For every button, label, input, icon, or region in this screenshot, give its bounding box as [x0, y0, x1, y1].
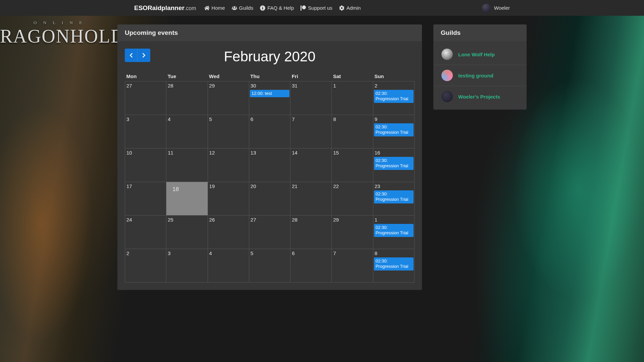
guild-name: Lone Wolf Help: [458, 52, 495, 57]
calendar-day[interactable]: 12: [208, 148, 249, 182]
calendar-prev-button[interactable]: [125, 49, 138, 62]
day-number: 1: [332, 81, 373, 89]
day-number: 2: [125, 249, 166, 257]
nav-home[interactable]: Home: [204, 5, 225, 11]
calendar-day[interactable]: 14: [290, 148, 332, 182]
calendar-day[interactable]: 2: [125, 249, 166, 283]
guild-item[interactable]: testing ground: [433, 65, 527, 86]
calendar-day[interactable]: 22: [332, 182, 373, 216]
calendar-day[interactable]: 202:30: Progression Trial: [373, 81, 414, 115]
calendar-day[interactable]: 27: [249, 216, 290, 249]
calendar-event[interactable]: 02:30: Progression Trial: [374, 190, 414, 203]
calendar-event[interactable]: 02:30: Progression Trial: [374, 123, 414, 136]
day-number: 20: [249, 182, 290, 190]
users-icon: [232, 5, 237, 11]
guilds-header: Guilds: [433, 24, 527, 41]
calendar-day[interactable]: 15: [332, 148, 373, 182]
day-number: 24: [125, 216, 166, 223]
calendar-day[interactable]: 802:30: Progression Trial: [373, 249, 414, 283]
calendar-event[interactable]: 12:00: test: [250, 90, 289, 97]
calendar-next-button[interactable]: [138, 49, 150, 62]
day-number: 1: [373, 216, 414, 223]
nav-user-menu[interactable]: Woeler: [482, 4, 510, 12]
nav-support[interactable]: Support us: [301, 5, 332, 11]
guild-avatar: [441, 49, 453, 60]
day-number: 27: [249, 216, 290, 223]
day-number: 5: [208, 115, 249, 123]
calendar-day[interactable]: 902:30: Progression Trial: [373, 115, 414, 148]
calendar-day[interactable]: 1602:30: Progression Trial: [373, 148, 414, 182]
calendar-day[interactable]: 25: [166, 216, 208, 249]
calendar-day[interactable]: 18: [166, 182, 208, 216]
calendar-day[interactable]: 1: [332, 81, 373, 115]
day-number: 29: [332, 216, 373, 223]
guild-name: testing ground: [458, 73, 493, 78]
day-number: 18: [166, 182, 207, 197]
calendar-day[interactable]: 21: [290, 182, 332, 216]
brand[interactable]: ESORaidplanner.com: [134, 4, 196, 12]
calendar-day[interactable]: 4: [166, 115, 208, 148]
nav-admin[interactable]: Admin: [339, 5, 361, 11]
calendar-day[interactable]: 29: [208, 81, 249, 115]
guild-avatar: [441, 70, 453, 81]
calendar-day[interactable]: 19: [208, 182, 249, 216]
calendar-day[interactable]: 7: [332, 249, 373, 283]
calendar-day[interactable]: 3: [166, 249, 208, 283]
calendar-day[interactable]: 11: [166, 148, 208, 182]
day-number: 28: [166, 81, 207, 89]
day-number: 6: [249, 115, 290, 123]
calendar-day[interactable]: 17: [125, 182, 166, 216]
chevron-right-icon: [141, 53, 147, 58]
calendar-day[interactable]: 7: [290, 115, 332, 148]
nav-admin-label: Admin: [346, 5, 361, 11]
calendar-day[interactable]: 13: [249, 148, 290, 182]
calendar-day[interactable]: 6: [249, 115, 290, 148]
day-number: 6: [290, 249, 331, 257]
upcoming-events-header: Upcoming events: [117, 24, 422, 41]
day-number: 22: [332, 182, 373, 190]
day-number: 17: [125, 182, 166, 190]
calendar-day[interactable]: 20: [249, 182, 290, 216]
calendar-day[interactable]: 2302:30: Progression Trial: [373, 182, 414, 216]
weekday-header: Thu: [249, 71, 290, 81]
nav-home-label: Home: [212, 5, 225, 11]
calendar-day[interactable]: 24: [125, 216, 166, 249]
calendar-day[interactable]: 29: [332, 216, 373, 249]
calendar-day[interactable]: 102:30: Progression Trial: [373, 216, 414, 249]
nav-guilds[interactable]: Guilds: [232, 5, 254, 11]
calendar-event[interactable]: 02:30: Progression Trial: [374, 157, 414, 170]
calendar-day[interactable]: 5: [249, 249, 290, 283]
nav-faq[interactable]: FAQ & Help: [260, 5, 294, 11]
guild-item[interactable]: Woeler's Projects: [433, 86, 527, 107]
calendar-day[interactable]: 26: [208, 216, 249, 249]
day-number: 28: [290, 216, 331, 223]
calendar-day[interactable]: 3012:00: test: [249, 81, 290, 115]
navbar: ESORaidplanner.com Home Guilds FAQ & Hel…: [0, 0, 644, 16]
calendar-event[interactable]: 02:30: Progression Trial: [374, 224, 414, 237]
calendar-day[interactable]: 5: [208, 115, 249, 148]
calendar-day[interactable]: 28: [166, 81, 208, 115]
calendar-day[interactable]: 6: [290, 249, 332, 283]
upcoming-events-panel: Upcoming events February 2020 MonTueWedT…: [117, 24, 422, 290]
day-number: 7: [332, 249, 373, 257]
calendar-day[interactable]: 10: [125, 148, 166, 182]
calendar-day[interactable]: 3: [125, 115, 166, 148]
calendar-day[interactable]: 31: [290, 81, 332, 115]
day-number: 5: [249, 249, 290, 257]
calendar-day[interactable]: 27: [125, 81, 166, 115]
calendar-day[interactable]: 8: [332, 115, 373, 148]
day-number: 15: [332, 148, 373, 156]
calendar-day[interactable]: 28: [290, 216, 332, 249]
day-number: 14: [290, 148, 331, 156]
user-name: Woeler: [494, 5, 510, 11]
guild-item[interactable]: Lone Wolf Help: [433, 44, 527, 65]
home-icon: [204, 5, 210, 11]
calendar-nav: [125, 49, 150, 62]
calendar-event[interactable]: 02:30: Progression Trial: [374, 257, 414, 270]
patreon-icon: [301, 5, 306, 11]
day-number: 11: [166, 148, 207, 156]
calendar-event[interactable]: 02:30: Progression Trial: [374, 90, 414, 103]
nav-links: Home Guilds FAQ & Help Support us Admin: [204, 5, 361, 11]
calendar-day[interactable]: 4: [208, 249, 249, 283]
calendar-grid: MonTueWedThuFriSatSun 2728293012:00: tes…: [125, 71, 415, 283]
